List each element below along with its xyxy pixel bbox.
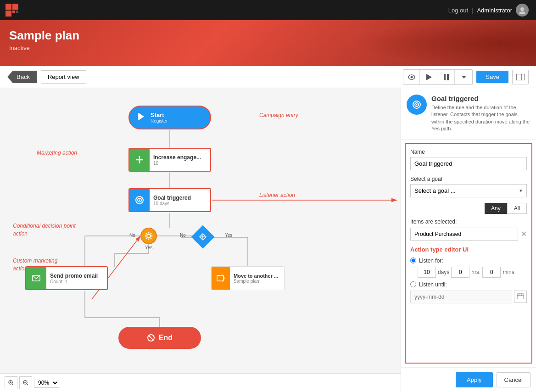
svg-rect-11 <box>447 74 449 80</box>
goal-select-wrapper: Select a goal ... <box>410 184 527 197</box>
svg-line-60 <box>12 384 13 385</box>
pause-icon-button[interactable] <box>438 70 455 84</box>
send-email-title: Send promo email <box>50 273 98 279</box>
cancel-button[interactable]: Cancel <box>497 372 530 387</box>
send-email-node[interactable]: Send promo email Count: 1 <box>25 266 108 290</box>
marketing-node[interactable]: Increase engage... 10 <box>128 148 211 172</box>
canvas[interactable]: Campaign entry Marketing action Listener… <box>0 88 401 392</box>
items-input[interactable] <box>410 228 518 241</box>
top-navigation: Log out | Administrator <box>0 0 536 20</box>
svg-point-6 <box>519 11 525 14</box>
listen-until-group: Listen until: <box>410 281 527 303</box>
no-label-1: No <box>129 233 135 238</box>
page-subtitle: Inactive <box>9 45 79 51</box>
listen-inputs: days hrs. mins. <box>418 267 527 278</box>
goal-select[interactable]: Select a goal ... <box>410 184 527 197</box>
svg-rect-69 <box>517 294 524 299</box>
items-input-row: ✕ <box>410 228 527 241</box>
items-label: Items are selected: <box>410 218 527 225</box>
yes-label-2: Yes <box>225 233 232 238</box>
all-button[interactable]: All <box>507 203 527 214</box>
back-button[interactable]: Back <box>7 71 37 83</box>
start-title: Start <box>151 112 168 118</box>
decision-node[interactable] <box>140 228 157 244</box>
panel-title: Goal triggered <box>431 95 530 102</box>
svg-point-68 <box>416 104 418 106</box>
svg-marker-12 <box>462 76 466 78</box>
listen-until-radio[interactable] <box>410 281 416 287</box>
svg-rect-54 <box>217 275 223 281</box>
svg-point-46 <box>145 233 147 234</box>
items-remove-button[interactable]: ✕ <box>521 230 527 238</box>
send-email-sub: Count: 1 <box>50 279 98 284</box>
editor-title: Action type editor UI <box>410 246 527 253</box>
panel-header-text: Goal triggered Define the rule and the d… <box>431 95 530 133</box>
start-sub: Register <box>151 118 168 123</box>
listener-node[interactable]: Goal triggered 10 days <box>128 188 211 212</box>
svg-point-40 <box>139 200 140 201</box>
listen-days-input[interactable] <box>418 267 436 278</box>
move-node[interactable]: Move to another ... Sample plan <box>211 266 285 290</box>
yes-label: Yes <box>145 245 152 250</box>
eye-icon-button[interactable] <box>403 70 420 84</box>
logout-link[interactable]: Log out <box>448 7 468 14</box>
no-label-2: No <box>180 233 186 238</box>
listen-for-row: Listen for: <box>410 258 527 264</box>
zoom-in-button[interactable] <box>5 376 17 389</box>
calendar-button[interactable] <box>514 291 527 303</box>
listen-for-group: Listen for: days hrs. mins. <box>410 258 527 278</box>
svg-point-45 <box>151 235 153 237</box>
svg-marker-9 <box>426 74 432 80</box>
svg-rect-10 <box>444 74 446 80</box>
right-panel: Goal triggered Define the rule and the d… <box>401 88 536 392</box>
name-input[interactable] <box>410 157 527 170</box>
svg-point-42 <box>148 232 150 234</box>
svg-rect-13 <box>516 74 525 80</box>
svg-line-64 <box>27 384 28 385</box>
end-label: End <box>159 334 173 342</box>
hrs-unit: hrs. <box>471 269 480 275</box>
panel-toggle-button[interactable] <box>512 70 529 84</box>
svg-rect-1 <box>12 4 18 10</box>
svg-point-48 <box>145 238 147 239</box>
svg-point-5 <box>520 7 524 11</box>
view-controls <box>403 69 473 85</box>
goal-group: Select a goal Select a goal ... <box>410 176 527 197</box>
nav-divider: | <box>472 7 473 14</box>
move-icon <box>212 267 230 290</box>
listen-until-input[interactable] <box>410 291 512 303</box>
apply-button[interactable]: Apply <box>456 372 493 387</box>
marketing-icon <box>129 149 150 171</box>
marketing-title: Increase engage... <box>153 154 201 161</box>
panel-header: Goal triggered Define the rule and the d… <box>401 88 536 140</box>
listen-until-row: Listen until: <box>410 281 527 288</box>
report-view-button[interactable]: Report view <box>41 70 86 84</box>
svg-point-8 <box>410 76 413 78</box>
play-icon-button[interactable] <box>421 70 437 84</box>
listen-until-input-row <box>410 291 527 303</box>
listen-hrs-input[interactable] <box>451 267 469 278</box>
days-unit: days <box>438 269 449 275</box>
zoom-select[interactable]: 90% <box>34 378 59 388</box>
zoom-bar: 90% <box>0 373 401 392</box>
move-content: Move to another ... Sample plan <box>230 271 282 286</box>
listen-until-label: Listen until: <box>419 281 447 288</box>
start-node[interactable]: Start Register <box>128 106 211 129</box>
conditional-label: Conditional decision pointaction <box>13 222 77 238</box>
send-email-content: Send promo email Count: 1 <box>46 271 101 286</box>
end-node[interactable]: End <box>118 327 201 349</box>
zoom-out-button[interactable] <box>19 376 32 389</box>
marketing-action-label: Marketing action <box>37 150 77 156</box>
any-button[interactable]: Any <box>485 203 507 214</box>
admin-name: Administrator <box>477 7 512 14</box>
items-group: Items are selected: ✕ <box>410 218 527 241</box>
flow-container: Campaign entry Marketing action Listener… <box>0 88 401 392</box>
dropdown-icon-button[interactable] <box>456 70 472 84</box>
avatar <box>516 4 529 17</box>
listener-title: Goal triggered <box>153 195 191 201</box>
panel-footer: Apply Cancel <box>401 367 536 392</box>
listen-for-radio[interactable] <box>410 258 416 263</box>
listen-mins-input[interactable] <box>482 267 501 278</box>
save-button[interactable]: Save <box>476 71 508 83</box>
svg-rect-3 <box>12 11 15 13</box>
